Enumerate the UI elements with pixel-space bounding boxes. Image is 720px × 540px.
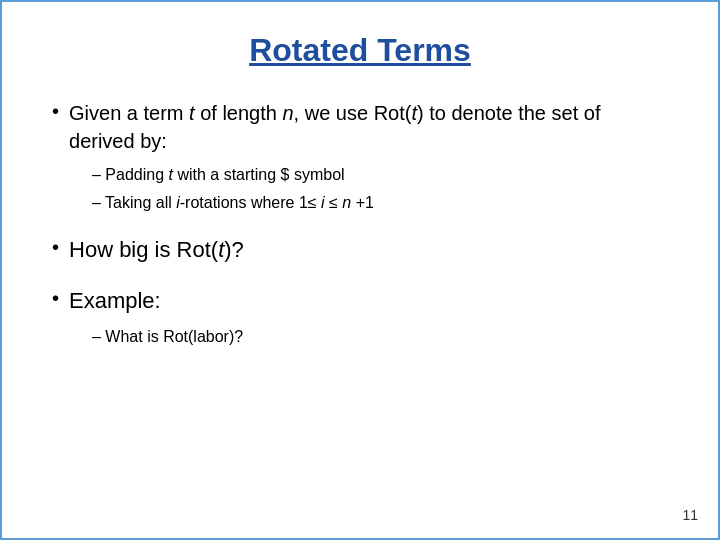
bullet-main-3: • Example: (52, 286, 668, 317)
slide: Rotated Terms • Given a term t of length… (0, 0, 720, 540)
bullet-section-1: • Given a term t of length n, we use Rot… (52, 99, 668, 215)
bullet-section-3: • Example: – What is Rot(labor)? (52, 286, 668, 349)
slide-title: Rotated Terms (52, 32, 668, 69)
sub-bullet-1b: – Taking all i-rotations where 1≤ i ≤ n … (92, 191, 668, 215)
sub-bullet-1a: – Padding t with a starting $ symbol (92, 163, 668, 187)
bullet-dot-1: • (52, 100, 59, 123)
bullet-section-2: • How big is Rot(t)? (52, 235, 668, 266)
page-number: 11 (682, 507, 698, 523)
bullet-main-2: • How big is Rot(t)? (52, 235, 668, 266)
bullet-text-3: Example: (69, 286, 161, 317)
bullet-dot-3: • (52, 287, 59, 310)
bullet-main-1: • Given a term t of length n, we use Rot… (52, 99, 668, 155)
bullet-dot-2: • (52, 236, 59, 259)
bullet-text-2: How big is Rot(t)? (69, 235, 244, 266)
sub-bullet-3a: – What is Rot(labor)? (92, 325, 668, 349)
bullet-text-1: Given a term t of length n, we use Rot(t… (69, 99, 668, 155)
